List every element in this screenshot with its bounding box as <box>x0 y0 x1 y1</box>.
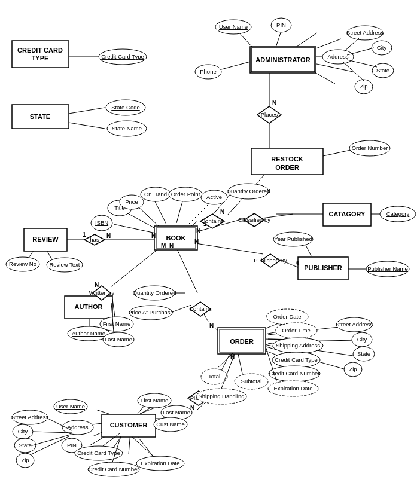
quantity-ordered-order-label: Quantity Ordered <box>133 289 176 296</box>
svg-line-38 <box>305 244 311 256</box>
svg-line-1 <box>69 108 105 114</box>
expiration-date-order-label: Expiration Date <box>274 385 313 392</box>
places-order-n: N <box>230 353 235 360</box>
order-street-label: Street Address <box>336 321 373 328</box>
restock-ordernumber-label: Order Number <box>352 145 388 151</box>
order-zip-label: Zip <box>349 366 357 372</box>
author-name-label: Author Name <box>72 330 105 337</box>
review-label: REVIEW <box>32 236 59 243</box>
svg-line-73 <box>347 60 377 67</box>
svg-line-18 <box>138 206 159 226</box>
book-orderpoint-label: Order Point <box>171 191 200 197</box>
places-customer-n: N <box>190 405 194 411</box>
review-text-label: Review Text <box>49 261 80 268</box>
credit-card-type-order-label: Credit Card Type <box>275 356 318 363</box>
svg-line-34 <box>188 242 263 254</box>
total-label: Total <box>208 373 220 380</box>
svg-line-39 <box>176 248 197 293</box>
has-n: N <box>106 233 111 239</box>
written-by-label: Written by <box>89 289 115 296</box>
published-1: 1 <box>296 260 300 267</box>
svg-line-2 <box>69 123 105 129</box>
customer-cctype-label: Credit Card Type <box>77 450 120 456</box>
svg-line-71 <box>344 38 359 51</box>
admin-pin-label: PIN <box>276 22 286 28</box>
contains-restock-1: 1 <box>203 221 207 227</box>
credit-card-type-label2: TYPE <box>32 54 49 62</box>
contains-order-n: N <box>209 322 214 329</box>
publisher-name-label: Publisher Name <box>367 265 408 272</box>
book-isbn-label: ISBN <box>95 219 108 226</box>
customer-zip-label: Zip <box>21 457 29 463</box>
classified-by-label: Classified by <box>238 216 270 223</box>
published-n: N <box>194 239 199 245</box>
customer-address-label: Address <box>68 424 89 430</box>
admin-address-label: Address <box>328 53 349 60</box>
credit-card-number-order-label: Credit Card Number <box>269 370 320 377</box>
category-label: Category <box>386 210 410 217</box>
order-city-label: City <box>357 336 367 343</box>
svg-line-88 <box>132 436 153 456</box>
svg-line-20 <box>176 201 182 223</box>
svg-line-80 <box>238 354 242 374</box>
svg-line-9 <box>311 63 353 72</box>
customer-expdate-label: Expiration Date <box>141 460 180 466</box>
book-active-label: Active <box>206 194 222 200</box>
author-firstname-label: First Name <box>103 320 130 327</box>
admin-username-label: User Name <box>219 23 248 30</box>
contains-book-n: N <box>169 243 174 249</box>
customer-username-label: User Name <box>56 403 85 410</box>
customer-firstname-label: First Name <box>141 397 168 404</box>
state-code-label: State Code <box>111 104 140 111</box>
administrator-label: ADMINISTRATOR <box>255 56 310 63</box>
customer-lastname-label: Last Name <box>163 409 190 416</box>
state-name-label: State Name <box>112 125 142 132</box>
order-time-label: Order Time <box>282 327 311 334</box>
order-date-label: Order Date <box>273 313 302 320</box>
admin-street-label: Street Address <box>346 29 384 36</box>
customer-pin-label: PIN <box>67 442 77 448</box>
subtotal-label: Subtotal <box>241 378 262 384</box>
contains-order-label: Contains <box>189 306 212 312</box>
order-label: ORDER <box>230 338 254 345</box>
year-published-label: Year Published <box>274 236 312 242</box>
order-state-label: State <box>357 350 370 357</box>
review-no-label: Review No <box>9 261 36 267</box>
customer-state-label: State <box>19 442 32 448</box>
writtenby-n: N <box>95 282 99 288</box>
customer-custname-label: Cust Name <box>156 421 185 427</box>
admin-zip-label: Zip <box>360 83 367 90</box>
contains-restock-n: N <box>220 209 224 215</box>
catagory-label: CATAGORY <box>329 210 366 218</box>
shipping-handling-label: Shipping Handling <box>198 393 244 399</box>
svg-line-17 <box>114 224 156 233</box>
author-label: AUTHOR <box>74 303 102 310</box>
has-1: 1 <box>83 231 86 238</box>
book-price-label: Price <box>125 198 138 205</box>
writtenby-m: M <box>161 242 166 249</box>
restock-order-label2: ORDER <box>275 164 299 171</box>
classified-n: N <box>196 228 200 234</box>
credit-card-type-label: CREDIT CARD <box>17 47 63 54</box>
places-admin-label: Places <box>261 111 278 118</box>
admin-city-label: City <box>377 44 387 51</box>
state-label: STATE <box>30 113 50 120</box>
customer-street-label: Street Address <box>11 414 49 420</box>
svg-line-42 <box>171 305 191 313</box>
svg-line-19 <box>154 200 166 224</box>
book-onhand-label: On Hand <box>144 191 167 197</box>
admin-phone-label: Phone <box>200 68 216 75</box>
customer-city-label: City <box>18 428 28 435</box>
svg-line-74 <box>343 62 364 81</box>
svg-line-24 <box>111 246 162 287</box>
has-label: has <box>90 236 99 243</box>
price-at-purchase-label: Price At Purchase <box>128 309 174 316</box>
er-diagram: CREDIT CARD TYPE STATE ADMINISTRATOR RES… <box>0 0 420 504</box>
shipping-address-label: Shipping Address <box>276 342 320 349</box>
publisher-label: PUBLISHER <box>304 264 342 271</box>
customer-label: CUSTOMER <box>110 421 148 429</box>
author-lastname-label: Last Name <box>105 336 132 343</box>
restock-order-label: RESTOCK <box>271 155 303 163</box>
customer-ccnumber-label: Credit Card Number <box>89 466 139 472</box>
admin-state-label: State <box>376 67 389 74</box>
